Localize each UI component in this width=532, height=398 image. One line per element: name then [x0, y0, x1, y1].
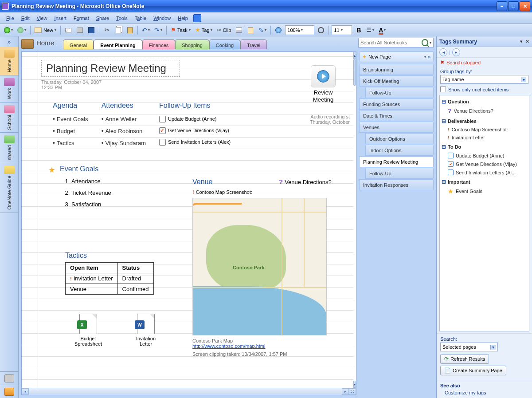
- scope-button[interactable]: [316, 25, 326, 35]
- notebook-home[interactable]: Home: [0, 47, 18, 75]
- file-attachment[interactable]: WInvitationLetter: [128, 314, 164, 347]
- save-button[interactable]: [86, 25, 96, 35]
- tag-item[interactable]: Update Budget (Anne): [441, 151, 528, 160]
- tag-group-header[interactable]: ⊟Deliverables: [441, 117, 528, 126]
- refresh-results-button[interactable]: ⟳Refresh Results: [440, 354, 489, 364]
- map-link[interactable]: http://www.contoso.com/map.html: [192, 343, 265, 349]
- pane-close-button[interactable]: ✕: [525, 39, 529, 44]
- redo-button[interactable]: ↷▾: [153, 25, 164, 35]
- menu-tools[interactable]: Tools: [113, 15, 131, 22]
- back-button[interactable]: ▾: [3, 25, 14, 35]
- horizontal-scrollbar[interactable]: ◂ ▸ ⛶: [22, 388, 356, 395]
- tag-group-header[interactable]: ⊟Question: [441, 97, 528, 106]
- font-color-button[interactable]: A▾: [377, 25, 387, 35]
- collapse-icon[interactable]: ⊟: [442, 118, 446, 124]
- page-tab[interactable]: Kick-Off Meeting: [359, 75, 434, 87]
- search-box[interactable]: ▾: [358, 38, 434, 47]
- customize-tags-link[interactable]: Customize my tags: [440, 390, 528, 395]
- close-button[interactable]: ✕: [520, 1, 530, 11]
- tactics-table[interactable]: Open ItemStatus !Invitation LetterDrafte…: [65, 262, 154, 295]
- file-attachment[interactable]: XBudgetSpreadsheet: [70, 314, 106, 347]
- new-button[interactable]: New▾: [33, 25, 58, 35]
- collapse-icon[interactable]: ⊟: [442, 99, 446, 105]
- cut-button[interactable]: ✂: [102, 25, 112, 35]
- unfiled-notes-button[interactable]: [0, 371, 18, 385]
- search-scope-dropdown[interactable]: Selected pages▾: [440, 343, 498, 351]
- notebook-guide[interactable]: OneNote Guide: [0, 163, 18, 213]
- zoom-dropdown[interactable]: 100%▾: [285, 25, 314, 35]
- font-size-dropdown[interactable]: 11▾: [332, 25, 352, 35]
- tag-group-header[interactable]: ⊟To Do: [441, 142, 528, 151]
- page-tab[interactable]: Indoor Options: [365, 145, 434, 156]
- pane-back-button[interactable]: ◂: [439, 48, 447, 56]
- minimize-button[interactable]: –: [497, 1, 507, 11]
- forward-button[interactable]: ▾: [16, 25, 27, 35]
- pane-forward-button[interactable]: ▸: [452, 48, 460, 56]
- menu-share[interactable]: Share: [93, 15, 113, 22]
- create-summary-button[interactable]: 📄Create Summary Page: [440, 366, 506, 375]
- expand-nav-button[interactable]: »: [0, 36, 18, 47]
- pane-menu-button[interactable]: ▾: [520, 39, 523, 44]
- collapse-icon[interactable]: ⊟: [442, 144, 446, 150]
- tag-group-header[interactable]: ⊟Important: [441, 177, 528, 186]
- tag-item[interactable]: !Contoso Map Screenshot:: [441, 126, 528, 134]
- menu-table[interactable]: Table: [131, 15, 150, 22]
- page-tab[interactable]: Invitation Responses: [359, 179, 434, 190]
- table-row[interactable]: VenueConfirmed: [66, 284, 154, 295]
- bold-button[interactable]: B: [354, 25, 364, 35]
- tag-item[interactable]: Get Venue Directions (Vijay): [441, 160, 528, 168]
- menu-help[interactable]: Help: [174, 15, 192, 22]
- notebook-icon[interactable]: [21, 39, 34, 49]
- page-tab[interactable]: Brainstorming: [359, 64, 434, 75]
- all-notebooks-button[interactable]: [0, 385, 18, 398]
- section-tab-event[interactable]: Event Planning: [94, 39, 142, 49]
- tag-item[interactable]: ?Venue Directions?: [441, 106, 528, 116]
- copy-button[interactable]: [113, 25, 123, 35]
- paste-button[interactable]: [125, 25, 135, 35]
- vertical-scrollbar[interactable]: ▴ ▾: [353, 52, 356, 388]
- pen-button[interactable]: ✎▾: [257, 25, 268, 35]
- section-tab-general[interactable]: General: [63, 39, 94, 49]
- search-icon[interactable]: [422, 39, 428, 46]
- print-button[interactable]: [75, 25, 85, 35]
- show-unchecked-checkbox[interactable]: Show only unchecked items: [437, 86, 532, 93]
- undo-button[interactable]: ↶▾: [141, 25, 151, 35]
- new-page-button[interactable]: ✦ New Page ▾ »: [359, 51, 434, 62]
- menu-format[interactable]: Format: [70, 15, 93, 22]
- bullets-button[interactable]: ☰▾: [365, 25, 376, 35]
- help-button[interactable]: [274, 25, 283, 35]
- notebook-school[interactable]: School: [0, 102, 18, 133]
- clip-button[interactable]: ✂Clip: [215, 25, 232, 35]
- group-tags-dropdown[interactable]: Tag name▾: [440, 75, 528, 84]
- menu-file[interactable]: File: [3, 15, 18, 22]
- full-page-view-icon[interactable]: ⛶: [349, 388, 356, 395]
- mail-button[interactable]: [63, 25, 73, 35]
- page-tab[interactable]: Date & Times: [359, 110, 434, 121]
- tag-item[interactable]: Send Invitation Letters (Al...: [441, 168, 528, 177]
- maximize-button[interactable]: □: [508, 1, 519, 11]
- notebook-shared[interactable]: shared: [0, 133, 18, 163]
- section-tab-travel[interactable]: Travel: [240, 39, 267, 49]
- audio-recording[interactable]: ReviewMeeting: [311, 65, 336, 103]
- calc-button[interactable]: [246, 25, 255, 35]
- notebook-work[interactable]: Work: [0, 75, 18, 102]
- collapse-icon[interactable]: ⊟: [442, 179, 446, 185]
- page-tab[interactable]: Funding Sources: [359, 99, 434, 110]
- page-tab[interactable]: Follow-Up: [365, 168, 434, 179]
- page-tab[interactable]: Outdoor Options: [365, 133, 434, 144]
- tag-button[interactable]: ★Tag▾: [194, 25, 214, 35]
- page-content[interactable]: Planning Review Meeting Thursday, Octobe…: [22, 52, 353, 388]
- search-input[interactable]: [360, 40, 422, 45]
- menu-edit[interactable]: Edit: [18, 15, 33, 22]
- table-row[interactable]: !Invitation LetterDrafted: [66, 273, 154, 284]
- page-tab[interactable]: Planning Review Meeting: [359, 156, 434, 167]
- menu-insert[interactable]: Insert: [51, 15, 70, 22]
- section-tab-finances[interactable]: Finances: [142, 39, 176, 49]
- section-tab-shopping[interactable]: Shopping: [175, 39, 209, 49]
- menu-view[interactable]: View: [33, 15, 51, 22]
- page-tab[interactable]: Venues: [359, 122, 434, 133]
- menu-window[interactable]: Window: [150, 15, 174, 22]
- page-tab[interactable]: Follow-Up: [365, 87, 434, 98]
- play-icon[interactable]: [311, 65, 336, 87]
- section-tab-cooking[interactable]: Cooking: [209, 39, 240, 49]
